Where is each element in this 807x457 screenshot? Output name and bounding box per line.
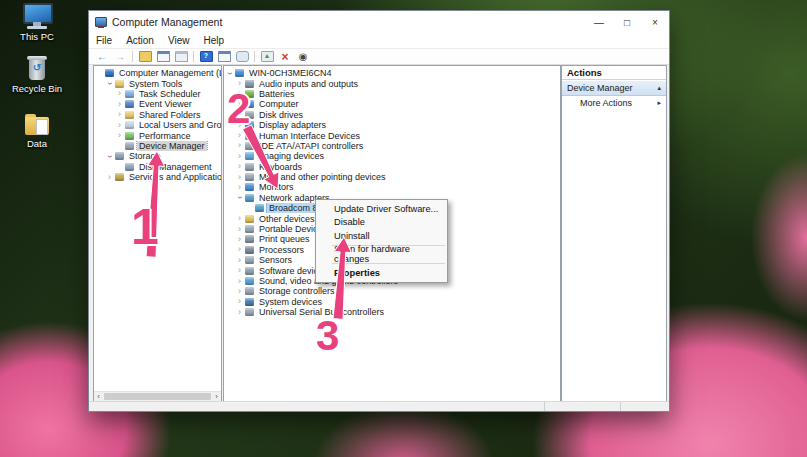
tree-row[interactable]: ›Universal Serial Bus controllers [224, 307, 560, 317]
show-console-tree-icon[interactable] [137, 50, 153, 63]
expand-icon[interactable]: › [115, 89, 124, 98]
expand-icon[interactable]: › [235, 141, 244, 150]
tree-row[interactable]: ›Event Viewer [94, 99, 221, 109]
desktop-icon-data[interactable]: Data [0, 114, 74, 149]
expand-icon[interactable]: › [235, 225, 244, 234]
tree-label: Keyboards [257, 162, 304, 172]
collapse-icon[interactable]: › [235, 193, 244, 202]
tree-label: Mice and other pointing devices [257, 172, 388, 182]
tree-row[interactable]: ›Performance [94, 130, 221, 140]
desktop-icon-this-pc[interactable]: This PC [0, 3, 74, 42]
context-menu-item-uninstall[interactable]: Uninstall [316, 229, 447, 243]
tree-row[interactable]: ›Task Scheduler [94, 89, 221, 99]
tree-row[interactable]: Computer Management (Local [94, 68, 221, 78]
context-menu-item-scan-for-hardware-changes[interactable]: Scan for hardware changes [316, 248, 447, 262]
menu-action[interactable]: Action [119, 33, 161, 48]
tree-label: Imaging devices [257, 151, 326, 161]
expand-icon[interactable]: › [235, 110, 244, 119]
window-icon[interactable] [155, 50, 171, 63]
tree-row[interactable]: ›Mice and other pointing devices [224, 172, 560, 182]
expand-icon[interactable]: › [235, 277, 244, 286]
expand-icon[interactable]: › [235, 173, 244, 182]
collapse-icon[interactable]: ▴ [657, 84, 661, 92]
desktop-icon-label: Recycle Bin [0, 83, 74, 94]
collapse-icon[interactable]: › [105, 79, 114, 88]
tree-row[interactable]: Device Manager [94, 141, 221, 151]
tree-row[interactable]: ›System Tools [94, 78, 221, 88]
tree-label: Storage [127, 151, 163, 161]
expand-icon[interactable]: › [115, 110, 124, 119]
tree-row[interactable]: Disk Management [94, 162, 221, 172]
tree-row[interactable]: ›Monitors [224, 182, 560, 192]
expand-icon[interactable]: › [235, 162, 244, 171]
tree-row[interactable]: ›Imaging devices [224, 151, 560, 161]
expand-icon[interactable]: › [235, 214, 244, 223]
uninstall-icon[interactable]: × [277, 50, 293, 63]
expand-icon[interactable]: › [115, 100, 124, 109]
expand-icon[interactable]: › [105, 173, 114, 182]
menu-view[interactable]: View [161, 33, 197, 48]
tree-row[interactable]: ›Shared Folders [94, 110, 221, 120]
expand-icon[interactable]: › [235, 256, 244, 265]
forward-icon[interactable]: → [112, 50, 128, 63]
expand-icon[interactable]: › [235, 245, 244, 254]
more-actions-item[interactable]: More Actions ▸ [562, 96, 666, 109]
context-menu-item-properties[interactable]: Properties [316, 266, 447, 280]
tree-row[interactable]: ›Human Interface Devices [224, 130, 560, 140]
expand-icon[interactable]: › [235, 121, 244, 130]
menu-file[interactable]: File [89, 33, 119, 48]
tree-row[interactable]: ›Display adapters [224, 120, 560, 130]
expand-icon[interactable]: › [235, 297, 244, 306]
maximize-button[interactable]: □ [613, 11, 641, 33]
tree-row[interactable]: ›IDE ATA/ATAPI controllers [224, 141, 560, 151]
tree-row[interactable]: ›System devices [224, 297, 560, 307]
close-button[interactable]: × [641, 11, 669, 33]
tree-label: Task Scheduler [137, 89, 203, 99]
menu-help[interactable]: Help [196, 33, 231, 48]
expand-icon[interactable]: › [115, 121, 124, 130]
print-queue-icon [245, 235, 254, 243]
tree-row[interactable]: ›WIN-0CH3MEI6CN4 [224, 68, 560, 78]
scan-hardware-icon[interactable]: ◉ [295, 50, 311, 63]
performance-icon [125, 132, 134, 140]
expand-icon[interactable]: › [235, 152, 244, 161]
tree-row[interactable]: ›Computer [224, 99, 560, 109]
scrollbar-thumb[interactable] [104, 393, 211, 400]
tree-row[interactable]: ›Disk drives [224, 110, 560, 120]
expand-icon[interactable]: › [235, 235, 244, 244]
console-window-icon[interactable] [216, 50, 232, 63]
horizontal-scrollbar[interactable]: ‹ › [94, 391, 221, 401]
tree-row[interactable]: ›Audio inputs and outputs [224, 78, 560, 88]
scroll-left-icon[interactable]: ‹ [94, 392, 103, 401]
tree-row[interactable]: ›Services and Applications [94, 172, 221, 182]
scroll-right-icon[interactable]: › [212, 392, 221, 401]
expand-icon[interactable]: › [235, 183, 244, 192]
tree-row[interactable]: ›Keyboards [224, 162, 560, 172]
expand-icon[interactable]: › [235, 131, 244, 140]
tree-row[interactable]: ›Storage [94, 151, 221, 161]
context-menu-item-update-driver-software[interactable]: Update Driver Software... [316, 202, 447, 216]
collapse-icon[interactable]: › [225, 69, 234, 78]
collapse-icon[interactable]: › [105, 152, 114, 161]
device-context-menu: Update Driver Software...DisableUninstal… [315, 199, 448, 283]
expand-icon[interactable]: › [235, 89, 244, 98]
tree-row[interactable]: ›Local Users and Groups [94, 120, 221, 130]
minimize-button[interactable]: — [585, 11, 613, 33]
tree-row[interactable]: ›Storage controllers [224, 286, 560, 296]
expand-icon[interactable]: › [235, 100, 244, 109]
action-pane-icon[interactable] [234, 50, 250, 63]
titlebar[interactable]: Computer Management — □ × [89, 11, 669, 33]
desktop-icon-recycle-bin[interactable]: ↺Recycle Bin [0, 55, 74, 94]
expand-icon[interactable]: › [235, 308, 244, 317]
actions-group-device-manager[interactable]: Device Manager ▴ [562, 80, 666, 96]
expand-icon[interactable]: › [235, 287, 244, 296]
back-icon[interactable]: ← [94, 50, 110, 63]
help-icon[interactable]: ? [198, 50, 214, 63]
properties-window-icon[interactable] [173, 50, 189, 63]
expand-icon[interactable]: › [235, 266, 244, 275]
context-menu-item-disable[interactable]: Disable [316, 216, 447, 230]
expand-icon[interactable]: › [115, 131, 124, 140]
tree-row[interactable]: ›Batteries [224, 89, 560, 99]
update-driver-icon[interactable]: ▲ [259, 50, 275, 63]
expand-icon[interactable]: › [235, 79, 244, 88]
